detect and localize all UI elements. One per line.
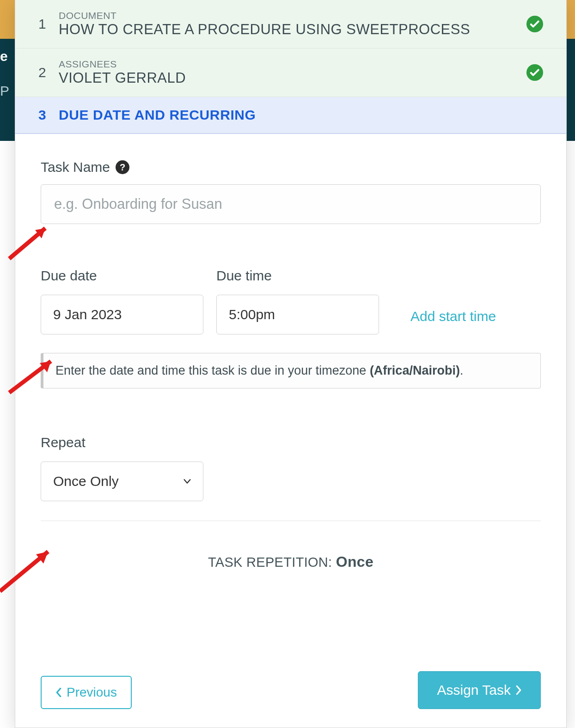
step-title: HOW TO CREATE A PROCEDURE USING SWEETPRO… [59, 21, 526, 38]
due-date-label: Due date [41, 268, 203, 284]
step-kicker: DOCUMENT [59, 10, 526, 21]
due-date-input[interactable] [41, 295, 203, 334]
due-time-input[interactable] [216, 295, 379, 334]
checkmark-circle-icon [526, 16, 543, 32]
step-number: 3 [38, 107, 59, 123]
wizard-step-assignees[interactable]: 2 ASSIGNEES VIOLET GERRALD [15, 49, 566, 97]
hint-suffix: . [460, 364, 464, 377]
timezone-hint: Enter the date and time this task is due… [41, 353, 541, 388]
label-text: Task Name [41, 159, 110, 175]
wizard-step-due-date[interactable]: 3 DUE DATE AND RECURRING [15, 97, 566, 134]
task-name-input[interactable] [41, 184, 541, 224]
repeat-label: Repeat [41, 435, 541, 450]
step-body: Task Name ? Due date Due time Add start … [15, 134, 566, 570]
button-label: Previous [67, 685, 117, 700]
step-kicker: ASSIGNEES [59, 59, 526, 70]
hint-text: Enter the date and time this task is due… [55, 364, 370, 377]
due-time-label: Due time [216, 268, 379, 284]
assign-task-modal: 1 DOCUMENT HOW TO CREATE A PROCEDURE USI… [15, 0, 567, 728]
rep-prefix: TASK REPETITION: [208, 555, 336, 570]
backdrop-fragment: P [0, 83, 9, 99]
modal-footer: Previous Assign Task [15, 671, 566, 728]
hint-tz: (Africa/Nairobi) [370, 364, 460, 377]
checkmark-circle-icon [526, 64, 543, 81]
repetition-summary: TASK REPETITION: Once [41, 553, 541, 570]
divider [41, 521, 541, 521]
add-start-time-link[interactable]: Add start time [392, 309, 496, 334]
step-title: DUE DATE AND RECURRING [59, 107, 543, 123]
backdrop-fragment: e [0, 49, 8, 64]
repeat-select[interactable] [41, 461, 203, 501]
help-icon[interactable]: ? [116, 160, 129, 174]
wizard-step-document[interactable]: 1 DOCUMENT HOW TO CREATE A PROCEDURE USI… [15, 0, 566, 49]
task-name-label: Task Name ? [41, 159, 541, 175]
chevron-left-icon [55, 688, 62, 697]
step-number: 1 [38, 16, 59, 32]
chevron-right-icon [515, 686, 522, 695]
button-label: Assign Task [437, 682, 511, 698]
step-number: 2 [38, 65, 59, 80]
step-title: VIOLET GERRALD [59, 70, 526, 86]
rep-value: Once [336, 553, 373, 570]
assign-task-button[interactable]: Assign Task [418, 671, 541, 709]
previous-button[interactable]: Previous [41, 676, 132, 709]
